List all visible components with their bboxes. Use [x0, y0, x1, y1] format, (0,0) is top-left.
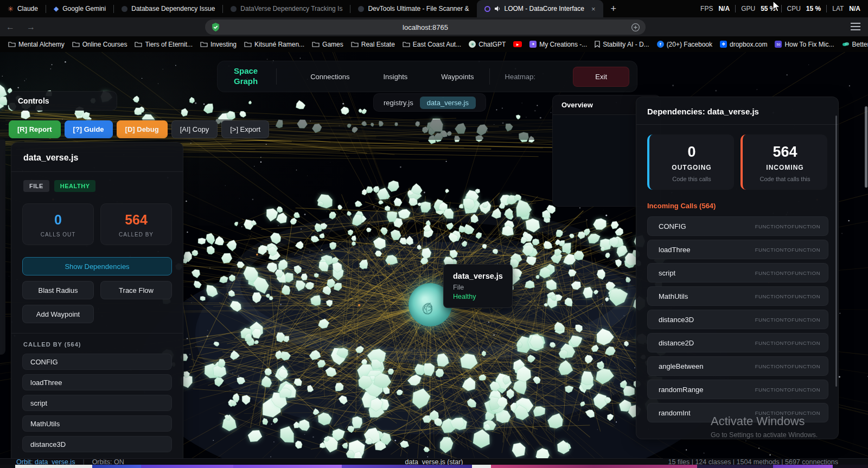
close-tab-icon[interactable]: ×	[591, 5, 596, 13]
called-by-list-item[interactable]: loadThree	[22, 374, 172, 390]
bookmark-investing[interactable]: Investing	[196, 41, 240, 48]
call-name: randomInt	[659, 409, 691, 417]
incoming-label: INCOMING	[746, 164, 824, 171]
bookmark-youtube[interactable]: ▶	[509, 41, 526, 47]
app-brand: Space Graph	[234, 66, 258, 87]
bookmark-games[interactable]: Games	[308, 41, 347, 48]
incoming-call-item[interactable]: MathUtils FUNCTIONTOFUNCTION	[647, 286, 828, 306]
breadcrumb-data-verse-active[interactable]: data_verse.js	[420, 97, 476, 109]
call-name: script	[659, 269, 675, 277]
report-button[interactable]: [R] Report	[9, 120, 61, 138]
claude-spark-icon: ✳	[8, 5, 14, 13]
nav-item-connections[interactable]: Connections	[310, 73, 349, 81]
incoming-card: 564 INCOMING Code that calls this	[741, 134, 827, 190]
outgoing-caption: Code this calls	[653, 176, 731, 182]
tab-claude[interactable]: ✳ Claude	[0, 0, 46, 17]
gemini-diamond-icon: ◆	[54, 5, 59, 12]
ai-copy-button[interactable]: [AI] Copy	[171, 120, 218, 138]
folder-icon	[312, 41, 320, 47]
tab-title: Database Dependency Issue	[131, 5, 215, 12]
address-bar[interactable]: localhost:8765	[205, 20, 646, 35]
collections-bubble-icon[interactable]	[631, 23, 640, 32]
bookmark-stability-ai[interactable]: Stability AI - D...	[591, 41, 653, 48]
bookmark-kitsune-ramen[interactable]: Kitsuné Ramen...	[240, 41, 308, 48]
bookmark-online-courses[interactable]: Online Courses	[68, 41, 131, 48]
menu-hamburger-icon[interactable]	[851, 23, 860, 30]
bookmark-real-estate[interactable]: Real Estate	[347, 41, 399, 48]
reload-icon[interactable]	[41, 22, 53, 31]
status-bar: data_verse.js (star) Orbit: data_verse.j…	[0, 458, 868, 465]
waypoint-row: Add Waypoint	[22, 305, 172, 323]
tab-title: DataVerse Dependency Tracking Is	[240, 5, 342, 12]
tooltip-type: File	[453, 284, 503, 291]
exit-button[interactable]: Exit	[573, 67, 629, 87]
bookmark-facebook[interactable]: f(20+) Facebook	[653, 41, 716, 48]
call-type-tag: FUNCTIONTOFUNCTION	[755, 293, 820, 299]
incoming-call-item[interactable]: randomRange FUNCTIONTOFUNCTION	[647, 380, 828, 399]
bookmark-tiers-of-eternity[interactable]: Tiers of Eternit...	[131, 41, 196, 48]
back-icon[interactable]: ←	[0, 22, 21, 32]
cpu-label: CPU	[787, 5, 801, 12]
folder-icon	[200, 41, 208, 47]
app-top-nav: Space Graph Connections Insights Waypoin…	[217, 61, 637, 92]
tab-dataverse-dependency-tracking[interactable]: DataVerse Dependency Tracking Is	[223, 0, 350, 17]
incoming-call-item[interactable]: distance2D FUNCTIONTOFUNCTION	[647, 333, 828, 352]
outgoing-value: 0	[653, 144, 731, 161]
lat-value: N/A	[849, 5, 860, 12]
incoming-call-item[interactable]: randomInt FUNCTIONTOFUNCTION	[647, 403, 828, 422]
called-by-list-item[interactable]: CONFIG	[22, 354, 172, 370]
call-name: distance2D	[659, 339, 694, 347]
nav-item-insights[interactable]: Insights	[383, 73, 407, 81]
show-dependencies-button[interactable]: Show Dependencies	[22, 257, 172, 275]
bookmark-dropbox[interactable]: ❖dropbox.com	[716, 41, 771, 48]
debug-button[interactable]: [D] Debug	[117, 120, 168, 138]
tab-google-gemini[interactable]: ◆ Google Gemini	[46, 0, 113, 17]
new-tab-button[interactable]: +	[603, 3, 624, 15]
calls-out-value: 0	[26, 212, 90, 228]
blast-radius-button[interactable]: Blast Radius	[22, 281, 94, 299]
bookmark-my-creations[interactable]: ✦My Creations -...	[526, 41, 591, 48]
incoming-call-item[interactable]: distance3D FUNCTIONTOFUNCTION	[647, 310, 828, 329]
tooltip-title: data_verse.js	[453, 272, 503, 280]
incoming-value: 564	[746, 144, 824, 161]
called-by-list-item[interactable]: script	[22, 395, 172, 411]
bookmark-east-coast-auto[interactable]: East Coast Aut...	[399, 41, 465, 48]
tab-loom-datacore-active[interactable]: LOOM - DataCore Interface ×	[477, 0, 603, 17]
generic-favicon	[231, 6, 237, 12]
breadcrumb: registry.js data_verse.js	[373, 93, 486, 112]
incoming-call-item[interactable]: script FUNCTIONTOFUNCTION	[647, 263, 828, 283]
guide-button[interactable]: [?] Guide	[65, 120, 113, 138]
tab-devtools-ultimate[interactable]: DevTools Ultimate - File Scanner &	[350, 0, 476, 17]
incoming-call-item[interactable]: CONFIG FUNCTIONTOFUNCTION	[647, 216, 828, 236]
tab-database-dependency-issue[interactable]: Database Dependency Issue	[114, 0, 222, 17]
controls-panel: Controls	[9, 91, 117, 111]
outgoing-label: OUTGOING	[653, 164, 731, 171]
bookmark-how-to-fix-mic[interactable]: 50How To Fix Mic...	[771, 41, 838, 48]
bookmark-betterhelp[interactable]: BetterHelp - G...	[838, 41, 868, 48]
screen: ✳ Claude ◆ Google Gemini Database Depend…	[0, 0, 868, 468]
file-panel-title: data_verse.js	[11, 143, 183, 172]
call-name: CONFIG	[659, 222, 686, 230]
security-shield-icon[interactable]	[212, 23, 220, 31]
bookmark-chatgpt[interactable]: ✳ChatGPT	[465, 41, 509, 48]
url-text[interactable]: localhost:8765	[205, 23, 646, 31]
trace-flow-button[interactable]: Trace Flow	[100, 281, 172, 299]
incoming-call-item[interactable]: loadThree FUNCTIONTOFUNCTION	[647, 240, 828, 259]
incoming-call-item[interactable]: angleBetween FUNCTIONTOFUNCTION	[647, 356, 828, 376]
support-article-icon: 50	[775, 41, 782, 48]
calls-out-label: CALLS OUT	[26, 232, 90, 238]
called-by-label: CALLED BY	[104, 232, 168, 238]
called-by-list-item[interactable]: distance3D	[22, 436, 172, 452]
facebook-icon: f	[657, 41, 664, 48]
page-scrollbar[interactable]	[865, 106, 867, 188]
breadcrumb-registry[interactable]: registry.js	[384, 99, 413, 107]
folder-icon	[8, 41, 16, 47]
export-button[interactable]: [>] Export	[221, 120, 269, 138]
panel-scrollbar[interactable]	[835, 116, 837, 387]
calls-out-card: 0 CALLS OUT	[22, 203, 94, 245]
bookmark-mental-alchemy[interactable]: Mental Alchemy	[4, 41, 68, 48]
nav-item-waypoints[interactable]: Waypoints	[441, 73, 474, 81]
forward-icon[interactable]: →	[21, 22, 41, 32]
add-waypoint-button[interactable]: Add Waypoint	[22, 305, 94, 323]
called-by-list-item[interactable]: MathUtils	[22, 415, 172, 432]
